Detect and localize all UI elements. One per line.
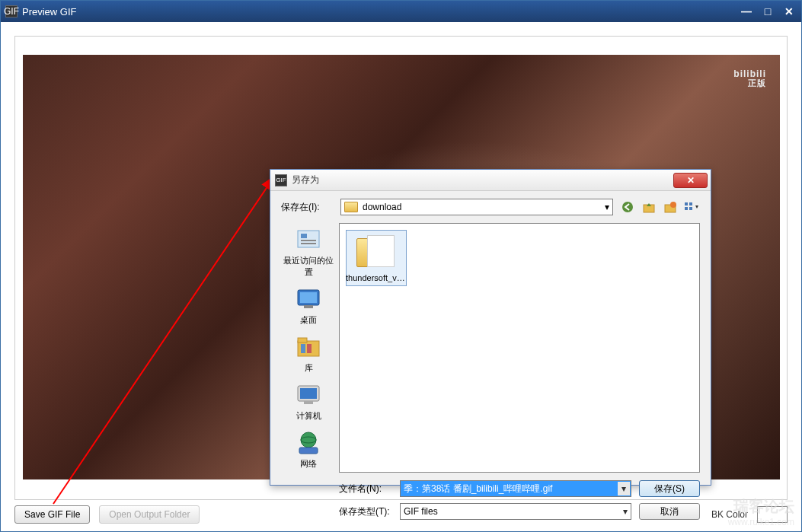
svg-rect-6 — [685, 202, 688, 205]
filetype-dropdown[interactable]: GIF files ▾ — [400, 503, 631, 520]
save-as-dialog: GIF 另存为 ✕ 保存在(I): download ▾ 最近访问的位置 — [270, 169, 711, 486]
cancel-button[interactable]: 取消 — [639, 503, 700, 520]
bilibili-watermark: bilibili 正版 — [733, 64, 766, 88]
main-titlebar[interactable]: GIF Preview GIF — □ ✕ — [1, 1, 801, 22]
place-recent[interactable]: 最近访问的位置 — [281, 223, 336, 281]
svg-rect-16 — [304, 305, 313, 308]
svg-point-24 — [301, 432, 316, 448]
svg-rect-19 — [301, 344, 305, 353]
save-in-dropdown[interactable]: download ▾ — [340, 199, 613, 215]
place-computer[interactable]: 计算机 — [281, 378, 336, 425]
bk-color-swatch[interactable] — [757, 506, 788, 523]
up-folder-icon[interactable] — [641, 199, 657, 215]
filetype-row: 保存类型(T): GIF files ▾ 取消 — [281, 503, 700, 520]
file-list-area[interactable]: thundersoft_vid... — [339, 223, 700, 473]
svg-rect-13 — [301, 243, 316, 244]
close-button[interactable]: ✕ — [781, 5, 797, 18]
back-icon[interactable] — [619, 199, 636, 215]
filetype-label: 保存类型(T): — [339, 505, 392, 518]
save-in-label: 保存在(I): — [281, 201, 334, 214]
filename-row: 文件名(N): 季：第38话 番剧_bilibili_哔哩哔哩.gif ▾ 保存… — [281, 480, 700, 497]
svg-rect-18 — [298, 338, 307, 342]
maximize-button[interactable]: □ — [760, 5, 775, 18]
view-menu-icon[interactable] — [683, 199, 700, 215]
window-title: Preview GIF — [22, 6, 739, 18]
svg-rect-26 — [299, 448, 318, 454]
folder-name: thundersoft_vid... — [346, 273, 407, 282]
svg-point-5 — [670, 202, 676, 208]
svg-point-2 — [622, 202, 633, 212]
svg-rect-15 — [300, 292, 317, 303]
minimize-button[interactable]: — — [739, 5, 754, 18]
bk-color-label: BK Color — [711, 509, 748, 520]
svg-rect-10 — [298, 231, 319, 247]
svg-rect-12 — [301, 240, 316, 241]
new-folder-icon[interactable] — [662, 199, 679, 215]
svg-rect-8 — [685, 207, 688, 210]
folder-icon — [344, 202, 358, 212]
filename-label: 文件名(N): — [339, 483, 392, 495]
save-in-row: 保存在(I): download ▾ — [281, 199, 700, 215]
place-desktop[interactable]: 桌面 — [281, 282, 336, 329]
save-gif-file-button[interactable]: Save GIF File — [14, 505, 90, 524]
app-icon: GIF — [5, 5, 18, 18]
folder-item[interactable]: thundersoft_vid... — [346, 230, 407, 286]
svg-rect-11 — [301, 234, 307, 238]
svg-rect-20 — [307, 344, 312, 353]
svg-rect-22 — [300, 388, 317, 399]
save-button[interactable]: 保存(S) — [639, 480, 700, 497]
dialog-title: 另存为 — [292, 174, 673, 186]
place-network[interactable]: 网络 — [281, 426, 336, 473]
filename-input[interactable]: 季：第38话 番剧_bilibili_哔哩哔哩.gif ▾ — [400, 480, 631, 497]
save-in-value: download — [363, 202, 401, 212]
dialog-icon: GIF — [275, 174, 287, 186]
dialog-close-button[interactable]: ✕ — [673, 173, 708, 188]
svg-rect-9 — [689, 207, 692, 210]
places-panel: 最近访问的位置 桌面 库 计算机 网络 — [281, 223, 336, 473]
chevron-down-icon: ▾ — [618, 482, 630, 495]
svg-rect-7 — [689, 202, 692, 205]
chevron-down-icon: ▾ — [623, 506, 628, 517]
place-library[interactable]: 库 — [281, 330, 336, 377]
dialog-titlebar[interactable]: GIF 另存为 ✕ — [270, 170, 711, 191]
svg-rect-23 — [304, 401, 313, 404]
open-output-folder-button: Open Output Folder — [99, 505, 200, 524]
chevron-down-icon: ▾ — [605, 202, 609, 212]
folder-icon — [355, 234, 398, 270]
